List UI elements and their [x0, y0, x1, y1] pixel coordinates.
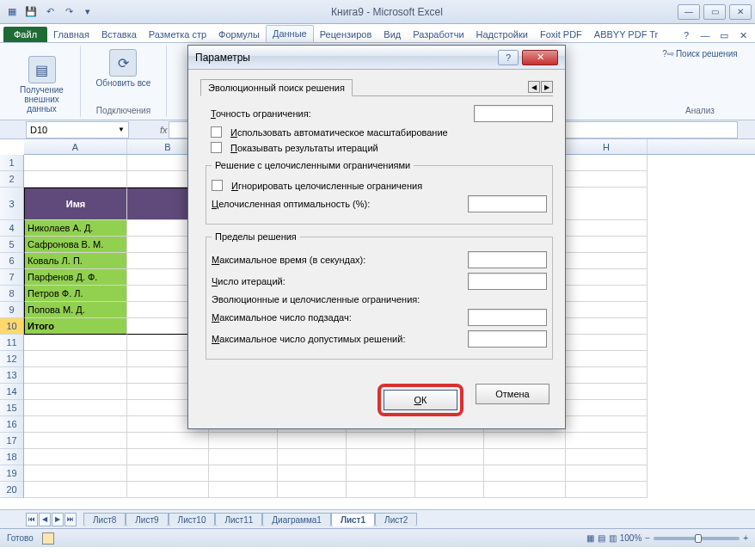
view-layout-icon[interactable]: ▤ [598, 533, 605, 543]
row-20[interactable]: 20 [0, 482, 23, 498]
row-1[interactable]: 1 [0, 155, 23, 171]
cell-name-5[interactable]: Попова М. Д. [24, 302, 127, 318]
dialog-help-icon[interactable]: ? [498, 50, 519, 65]
row-10[interactable]: 10 [0, 318, 23, 335]
autoscale-checkbox[interactable] [211, 126, 222, 138]
row-18[interactable]: 18 [0, 449, 23, 465]
sheet-tab-1[interactable]: Лист9 [126, 513, 168, 526]
close-workbook-icon[interactable]: ✕ [736, 28, 750, 42]
tab-formulas[interactable]: Формулы [212, 27, 266, 42]
cancel-button[interactable]: Отмена [476, 384, 549, 404]
sheet-tab-6[interactable]: Лист2 [375, 513, 417, 526]
sheet-nav-next-icon[interactable]: ▶ [52, 513, 64, 526]
redo-icon[interactable]: ↷ [60, 3, 77, 21]
tab-review[interactable]: Рецензиров [314, 27, 378, 42]
zoom-out-icon[interactable]: − [645, 533, 650, 543]
sheet-nav-first-icon[interactable]: ⏮ [26, 513, 38, 526]
cell-name-header[interactable]: Имя [24, 188, 127, 220]
zoom-slider[interactable] [654, 537, 740, 540]
tab-foxit[interactable]: Foxit PDF [534, 27, 588, 42]
row-14[interactable]: 14 [0, 384, 23, 400]
cell-name-0[interactable]: Николаев А. Д. [24, 220, 127, 237]
maxsub-input[interactable] [468, 309, 547, 326]
row-headers: 1 2 3 4 5 6 7 8 9 10 11 12 13 14 15 16 1… [0, 155, 24, 498]
row-7[interactable]: 7 [0, 269, 23, 286]
help-icon[interactable]: ? [679, 28, 693, 42]
zoom-in-icon[interactable]: + [743, 533, 748, 543]
sheet-tab-2[interactable]: Лист10 [169, 513, 216, 526]
restore-icon[interactable]: ▭ [703, 4, 726, 20]
row-2[interactable]: 2 [0, 171, 23, 188]
tab-abbyy[interactable]: ABBYY PDF Tr [588, 27, 664, 42]
col-H[interactable]: H [566, 139, 648, 154]
ignoreint-checkbox[interactable] [212, 180, 223, 191]
refresh-all-button[interactable]: ⟳ Обновить все [93, 47, 155, 89]
minimize-ribbon-icon[interactable]: — [698, 28, 712, 42]
macro-record-icon[interactable] [42, 532, 54, 545]
sheet-nav-last-icon[interactable]: ⏭ [64, 513, 77, 526]
maxsol-input[interactable] [468, 330, 547, 348]
intopt-label: Целочисленная оптимальность (%): [212, 199, 463, 209]
dialog-titlebar[interactable]: Параметры ? ✕ [188, 46, 565, 70]
sheet-tab-0[interactable]: Лист8 [83, 513, 126, 526]
precision-input[interactable] [474, 105, 553, 122]
row-5[interactable]: 5 [0, 237, 23, 253]
view-pagebreak-icon[interactable]: ▥ [609, 533, 617, 543]
minimize-icon[interactable]: — [678, 4, 700, 20]
row-15[interactable]: 15 [0, 400, 23, 416]
tab-data[interactable]: Данные [266, 25, 314, 42]
row-6[interactable]: 6 [0, 253, 23, 269]
dialog-body: Эволюционный поиск решения ◀ ▶ Точность … [188, 70, 565, 375]
get-external-data-button[interactable]: ▤ Получение внешних данных [9, 54, 75, 115]
tab-insert[interactable]: Вставка [95, 27, 143, 42]
restore-window-icon[interactable]: ▭ [717, 28, 731, 42]
showiter-checkbox[interactable] [211, 142, 222, 153]
tab-scroll-left-icon[interactable]: ◀ [528, 81, 540, 93]
tab-addins[interactable]: Надстройки [470, 27, 534, 42]
undo-icon[interactable]: ↶ [41, 3, 58, 21]
sheet-tab-5[interactable]: Лист1 [331, 513, 375, 526]
solver-label: Поиск решения [676, 49, 738, 58]
save-icon[interactable]: 💾 [22, 3, 40, 21]
row-11[interactable]: 11 [0, 335, 23, 351]
dialog-close-icon[interactable]: ✕ [522, 50, 558, 65]
ok-button[interactable]: ОК [384, 390, 457, 410]
qat-more-icon[interactable]: ▾ [79, 3, 96, 21]
file-tab[interactable]: Файл [3, 27, 47, 42]
tab-scroll-right-icon[interactable]: ▶ [541, 81, 553, 93]
tab-view[interactable]: Вид [378, 27, 407, 42]
row-19[interactable]: 19 [0, 465, 23, 482]
row-17[interactable]: 17 [0, 433, 23, 449]
tab-developer[interactable]: Разработчи [407, 27, 470, 42]
sheet-tab-3[interactable]: Лист11 [215, 513, 262, 526]
row-12[interactable]: 12 [0, 351, 23, 367]
maxtime-input[interactable] [468, 251, 547, 268]
tab-home[interactable]: Главная [47, 27, 95, 42]
zoom-level[interactable]: 100% [620, 533, 642, 543]
cell-name-3[interactable]: Парфенов Д. Ф. [24, 269, 127, 286]
row-4[interactable]: 4 [0, 220, 23, 237]
row-9[interactable]: 9 [0, 302, 23, 318]
solver-button[interactable]: ?⇨ Поиск решения [659, 47, 740, 60]
row-8[interactable]: 8 [0, 286, 23, 302]
view-normal-icon[interactable]: ▦ [586, 533, 594, 543]
dialog-tab-evolution[interactable]: Эволюционный поиск решения [200, 79, 353, 96]
tab-layout[interactable]: Разметка стр [143, 27, 212, 42]
sheet-nav-prev-icon[interactable]: ◀ [39, 513, 51, 526]
intopt-input[interactable] [468, 195, 547, 212]
iternum-input[interactable] [468, 273, 547, 290]
cell-total[interactable]: Итого [24, 318, 127, 335]
fx-icon[interactable]: fx [155, 125, 169, 135]
row-3[interactable]: 3 [0, 188, 23, 220]
sheet-tab-4[interactable]: Диаграмма1 [262, 513, 331, 526]
excel-icon[interactable]: ▦ [3, 3, 21, 21]
cell-name-2[interactable]: Коваль Л. П. [24, 253, 127, 269]
name-box-dropdown-icon[interactable]: ▼ [118, 126, 125, 133]
cell-name-1[interactable]: Сафронова В. М. [24, 237, 127, 253]
close-icon[interactable]: ✕ [729, 4, 752, 20]
col-A[interactable]: A [24, 139, 127, 154]
row-13[interactable]: 13 [0, 367, 23, 384]
cell-name-4[interactable]: Петров Ф. Л. [24, 286, 127, 302]
row-16[interactable]: 16 [0, 416, 23, 433]
name-box[interactable]: D10 ▼ [26, 121, 129, 138]
